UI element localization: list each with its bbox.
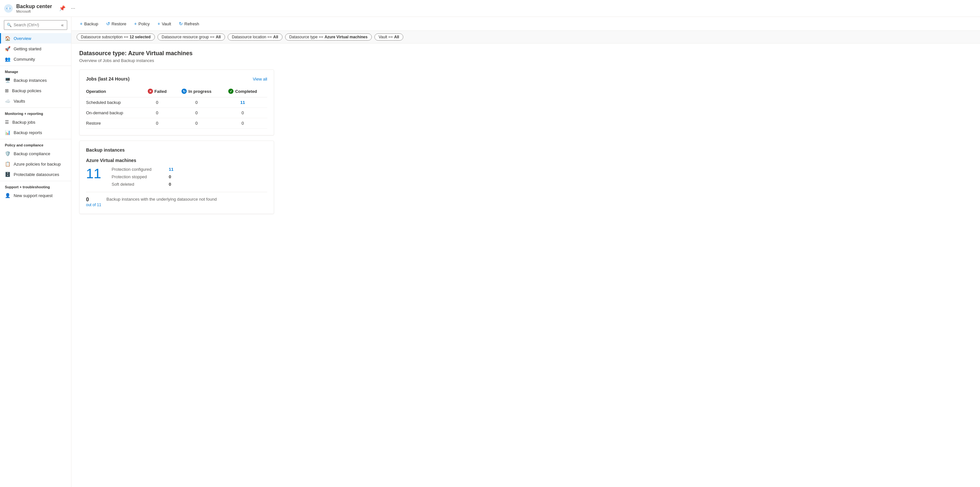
sidebar-item-azure-policies[interactable]: 📋 Azure policies for backup (0, 159, 71, 169)
completed-cell: 0 (222, 118, 267, 129)
policy-plus-icon: + (134, 21, 137, 26)
in-progress-status-icon: ↻ (181, 89, 187, 94)
sidebar-item-protectable-datasources[interactable]: 🗄️ Protectable datasources (0, 169, 71, 180)
sidebar-item-label: Backup policies (12, 88, 41, 93)
backup-instances-icon: 🖥️ (5, 78, 10, 83)
search-box[interactable]: 🔍 « (4, 20, 67, 30)
app-title-block: Backup center Microsoft (16, 3, 52, 13)
table-row: Scheduled backup0011 (86, 97, 267, 108)
vault-button[interactable]: + Vault (154, 19, 174, 28)
operation-cell: Scheduled backup (86, 97, 143, 108)
backup-instances-card: Backup instances Azure Virtual machines … (79, 140, 274, 214)
filter-vault-label: Vault == (379, 35, 393, 39)
community-icon: 👥 (5, 56, 10, 62)
operation-cell: Restore (86, 118, 143, 129)
completed-cell: 11 (222, 97, 267, 108)
filter-location-label: Datasource location == (232, 35, 272, 39)
sidebar-item-community[interactable]: 👥 Community (0, 54, 71, 64)
search-icon: 🔍 (7, 23, 12, 27)
filter-resource-group-value: All (216, 35, 221, 39)
app-header: Backup center Microsoft 📌 ··· (0, 0, 980, 17)
overview-icon: 🏠 (5, 36, 10, 41)
filter-location-value: All (273, 35, 278, 39)
filter-subscription[interactable]: Datasource subscription == 12 selected (76, 33, 155, 41)
sidebar-item-label: Protectable datasources (14, 172, 59, 177)
backup-instances-card-header: Backup instances (86, 147, 267, 153)
sidebar-item-label: Backup jobs (12, 120, 35, 125)
col-completed: ✓ Completed (222, 87, 267, 97)
more-button[interactable]: ··· (69, 4, 77, 13)
vault-plus-icon: + (158, 21, 160, 26)
refresh-button[interactable]: ↻ Refresh (176, 19, 203, 28)
sidebar-item-label: Overview (14, 36, 31, 41)
header-actions: 📌 ··· (57, 4, 77, 13)
filter-resource-group[interactable]: Datasource resource group == All (158, 33, 225, 41)
app-title: Backup center (16, 3, 52, 10)
in-progress-cell: 0 (175, 108, 222, 118)
filter-datasource-type[interactable]: Datasource type == Azure Virtual machine… (285, 33, 372, 41)
sidebar-item-vaults[interactable]: ☁️ Vaults (0, 96, 71, 106)
vaults-icon: ☁️ (5, 99, 10, 103)
sidebar-item-backup-policies[interactable]: ⊞ Backup policies (0, 85, 71, 96)
bi-row-protection-configured: Protection configured 11 (112, 167, 173, 172)
policy-button[interactable]: + Policy (131, 19, 153, 28)
manage-section-label: Manage (0, 65, 71, 75)
search-input[interactable] (14, 23, 59, 27)
sidebar-item-label: Backup reports (14, 130, 42, 135)
azure-policies-icon: 📋 (5, 161, 10, 167)
monitoring-section-label: Monitoring + reporting (0, 107, 71, 117)
completed-cell: 0 (222, 108, 267, 118)
protectable-datasources-icon: 🗄️ (5, 172, 10, 177)
filter-location[interactable]: Datasource location == All (228, 33, 283, 41)
sidebar-item-new-support-request[interactable]: 👤 New support request (0, 190, 71, 201)
bi-protection-stopped-value: 0 (169, 174, 171, 179)
sidebar-item-backup-reports[interactable]: 📊 Backup reports (0, 127, 71, 138)
bi-footer-count-block: 0 out of 11 (86, 197, 101, 207)
jobs-card: Jobs (last 24 Hours) View all Operation … (79, 70, 274, 135)
bi-footer-count: 0 (86, 197, 101, 202)
backup-button[interactable]: + Backup (76, 19, 102, 28)
sidebar-item-label: New support request (14, 193, 52, 198)
restore-button[interactable]: ↺ Restore (103, 19, 130, 28)
app-body: 🔍 « 🏠 Overview 🚀 Getting started 👥 Commu… (0, 17, 980, 487)
col-failed: ✕ Failed (143, 87, 175, 97)
failed-cell: 0 (143, 97, 175, 108)
sidebar-item-backup-instances[interactable]: 🖥️ Backup instances (0, 75, 71, 85)
policy-button-label: Policy (138, 21, 150, 26)
bi-protection-configured-value: 11 (169, 167, 173, 172)
sidebar-item-backup-compliance[interactable]: 🛡️ Backup compliance (0, 148, 71, 159)
bi-row-protection-stopped: Protection stopped 0 (112, 174, 173, 179)
view-all-link[interactable]: View all (253, 76, 267, 81)
col-in-progress: ↻ In progress (175, 87, 222, 97)
sidebar-item-backup-jobs[interactable]: ☰ Backup jobs (0, 117, 71, 127)
table-row: Restore000 (86, 118, 267, 129)
jobs-table: Operation ✕ Failed ↻ (86, 87, 267, 129)
backup-reports-icon: 📊 (5, 130, 10, 135)
sidebar-item-label: Vaults (14, 99, 25, 103)
filter-vault[interactable]: Vault == All (374, 33, 403, 41)
bi-details: Protection configured 11 Protection stop… (112, 167, 173, 187)
bi-content: 11 Protection configured 11 Protection s… (86, 167, 267, 187)
sidebar-item-label: Backup compliance (14, 151, 50, 156)
bi-protection-configured-label: Protection configured (112, 167, 164, 172)
col-operation: Operation (86, 87, 143, 97)
sidebar-item-getting-started[interactable]: 🚀 Getting started (0, 43, 71, 54)
restore-icon: ↺ (106, 21, 110, 26)
policy-section-label: Policy and compliance (0, 139, 71, 148)
sidebar-item-label: Getting started (14, 46, 41, 51)
collapse-button[interactable]: « (60, 22, 64, 28)
support-section-label: Support + troubleshooting (0, 181, 71, 190)
jobs-card-header: Jobs (last 24 Hours) View all (86, 76, 267, 81)
page-title: Datasource type: Azure Virtual machines (79, 50, 972, 57)
bi-footer: 0 out of 11 Backup instances with the un… (86, 192, 267, 207)
bi-soft-deleted-value: 0 (169, 182, 171, 187)
pin-button[interactable]: 📌 (57, 4, 68, 13)
failed-cell: 0 (143, 118, 175, 129)
sidebar-item-label: Community (14, 57, 35, 62)
bi-protection-stopped-label: Protection stopped (112, 174, 164, 179)
app-subtitle: Microsoft (16, 10, 52, 13)
in-progress-cell: 0 (175, 97, 222, 108)
svg-point-1 (7, 7, 10, 10)
sidebar-item-overview[interactable]: 🏠 Overview (0, 33, 71, 43)
refresh-button-label: Refresh (185, 21, 199, 26)
